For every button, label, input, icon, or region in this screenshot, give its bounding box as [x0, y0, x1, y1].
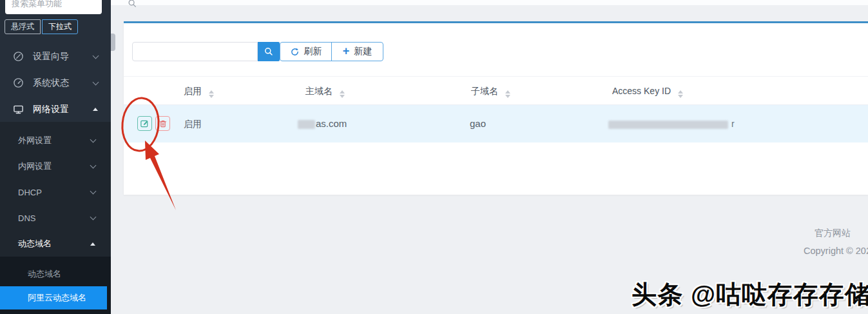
table-search-input[interactable]: [132, 42, 258, 61]
column-label: 启用: [184, 86, 202, 96]
edit-icon: [140, 119, 149, 128]
trash-icon: [159, 119, 168, 128]
sidebar-item-dns[interactable]: DNS: [0, 205, 111, 231]
gauge-icon: [13, 77, 24, 88]
sidebar-search-box: [5, 0, 102, 14]
column-header-enabled[interactable]: 启用: [184, 77, 214, 106]
chevron-up-icon: [93, 108, 98, 111]
sort-icon[interactable]: [505, 90, 510, 98]
column-header-main-domain[interactable]: 主域名: [305, 77, 345, 106]
cell-subdomain: gao: [470, 105, 486, 142]
edit-button[interactable]: [137, 116, 152, 131]
chevron-down-icon: [90, 137, 97, 143]
sort-icon[interactable]: [340, 90, 345, 98]
sidebar-item-label: 系统状态: [33, 77, 69, 89]
delete-button[interactable]: [155, 116, 170, 131]
refresh-icon: [290, 47, 300, 57]
chevron-down-icon: [90, 162, 97, 169]
sidebar-item-label: DHCP: [18, 188, 42, 197]
sidebar: 悬浮式 下拉式 设置向导 系统状态 网络设置 外网设置: [0, 0, 111, 314]
redacted-access-key: [608, 121, 728, 129]
chevron-down-icon: [93, 52, 99, 59]
cell-main-domain: as.com: [298, 105, 347, 142]
sidebar-item-label: 内网设置: [18, 161, 52, 172]
sidebar-item-system-status[interactable]: 系统状态: [0, 70, 111, 96]
network-submenu: 外网设置 内网设置 DHCP DNS 动态域名: [0, 122, 111, 257]
copyright-text: Copyright © 202: [804, 246, 868, 256]
column-label: Access Key ID: [612, 86, 671, 96]
create-label: 新建: [354, 46, 372, 57]
sidebar-item-ddns[interactable]: 动态域名: [0, 231, 111, 257]
toolbar-button-group: 刷新 + 新建: [280, 42, 383, 61]
table-row[interactable]: 启用 as.com gao r: [124, 105, 868, 142]
sidebar-item-label: 网络设置: [33, 104, 69, 115]
sidebar-item-ddns-generic[interactable]: 动态域名: [0, 262, 111, 286]
column-label: 主域名: [305, 86, 333, 96]
tab-dropdown-mode[interactable]: 下拉式: [42, 19, 78, 34]
chevron-down-icon: [93, 79, 99, 85]
sort-icon[interactable]: [678, 90, 683, 98]
column-header-subdomain[interactable]: 子域名: [471, 77, 510, 106]
column-label: 子域名: [471, 86, 498, 96]
sidebar-item-aliyun-ddns[interactable]: 阿里云动态域名: [0, 286, 107, 309]
compass-icon: [13, 51, 24, 62]
chevron-down-icon: [90, 188, 97, 195]
chevron-down-icon: [90, 214, 97, 221]
tab-floating-mode[interactable]: 悬浮式: [5, 19, 41, 34]
access-key-suffix: r: [731, 119, 735, 129]
official-site-link[interactable]: 官方网站: [815, 228, 851, 239]
top-strip: [111, 0, 868, 5]
sort-icon[interactable]: [209, 90, 214, 98]
monitor-icon: [13, 104, 24, 115]
ddns-submenu: 动态域名 阿里云动态域名: [0, 257, 111, 314]
sidebar-item-label: 动态域名: [18, 238, 52, 250]
table-search-button[interactable]: [258, 42, 280, 61]
plus-icon: +: [343, 45, 350, 57]
sidebar-collapse-handle[interactable]: [111, 34, 115, 51]
sidebar-item-network-settings[interactable]: 网络设置: [0, 96, 111, 123]
sidebar-item-lan-settings[interactable]: 内网设置: [0, 153, 111, 179]
sidebar-mode-tabs: 悬浮式 下拉式: [5, 19, 78, 34]
cell-enabled: 启用: [184, 105, 202, 142]
toutiao-watermark: 头条 @咕哒存存存储: [632, 277, 868, 312]
domain-text: as.com: [316, 118, 347, 129]
search-icon: [264, 46, 274, 57]
sidebar-item-label: 设置向导: [33, 51, 69, 63]
content-panel: 刷新 + 新建 启用 主域名 子域名 Access Key ID: [124, 21, 868, 195]
sidebar-item-wan-settings[interactable]: 外网设置: [0, 128, 111, 153]
sidebar-item-dhcp[interactable]: DHCP: [0, 179, 111, 205]
refresh-button[interactable]: 刷新: [280, 43, 332, 61]
sidebar-menu: 设置向导 系统状态 网络设置: [0, 43, 111, 123]
cell-access-key-id: r: [608, 105, 735, 142]
table-header: 启用 主域名 子域名 Access Key ID: [124, 76, 868, 105]
sidebar-item-label: 外网设置: [18, 135, 52, 146]
sidebar-item-setup-wizard[interactable]: 设置向导: [0, 43, 111, 70]
chevron-up-icon: [90, 242, 95, 246]
search-icon[interactable]: [128, 0, 137, 8]
refresh-label: 刷新: [304, 46, 322, 57]
sidebar-search-input[interactable]: [5, 0, 128, 8]
create-button[interactable]: + 新建: [332, 43, 383, 61]
redacted-domain-prefix: [298, 120, 315, 129]
column-header-access-key-id[interactable]: Access Key ID: [612, 77, 683, 106]
sidebar-item-label: DNS: [18, 213, 35, 223]
